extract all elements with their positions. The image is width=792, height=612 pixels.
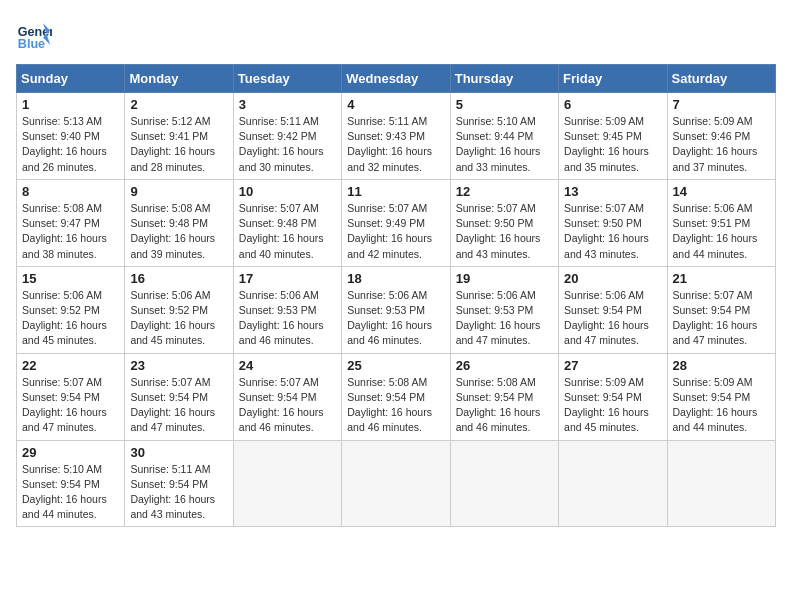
day-number: 5 <box>456 97 553 112</box>
col-header-friday: Friday <box>559 65 667 93</box>
col-header-tuesday: Tuesday <box>233 65 341 93</box>
day-info: Sunrise: 5:08 AMSunset: 9:47 PMDaylight:… <box>22 201 119 262</box>
day-number: 23 <box>130 358 227 373</box>
day-cell <box>450 440 558 527</box>
day-cell <box>233 440 341 527</box>
week-row-2: 8Sunrise: 5:08 AMSunset: 9:47 PMDaylight… <box>17 179 776 266</box>
week-row-5: 29Sunrise: 5:10 AMSunset: 9:54 PMDayligh… <box>17 440 776 527</box>
day-cell: 25Sunrise: 5:08 AMSunset: 9:54 PMDayligh… <box>342 353 450 440</box>
day-number: 20 <box>564 271 661 286</box>
day-number: 15 <box>22 271 119 286</box>
day-cell: 6Sunrise: 5:09 AMSunset: 9:45 PMDaylight… <box>559 93 667 180</box>
logo: General Blue <box>16 16 56 52</box>
day-number: 13 <box>564 184 661 199</box>
day-cell: 27Sunrise: 5:09 AMSunset: 9:54 PMDayligh… <box>559 353 667 440</box>
day-number: 19 <box>456 271 553 286</box>
day-info: Sunrise: 5:07 AMSunset: 9:54 PMDaylight:… <box>22 375 119 436</box>
calendar-header: SundayMondayTuesdayWednesdayThursdayFrid… <box>17 65 776 93</box>
page-header: General Blue <box>16 16 776 52</box>
day-cell: 20Sunrise: 5:06 AMSunset: 9:54 PMDayligh… <box>559 266 667 353</box>
week-row-3: 15Sunrise: 5:06 AMSunset: 9:52 PMDayligh… <box>17 266 776 353</box>
day-number: 26 <box>456 358 553 373</box>
day-cell: 12Sunrise: 5:07 AMSunset: 9:50 PMDayligh… <box>450 179 558 266</box>
day-info: Sunrise: 5:09 AMSunset: 9:45 PMDaylight:… <box>564 114 661 175</box>
day-cell: 7Sunrise: 5:09 AMSunset: 9:46 PMDaylight… <box>667 93 775 180</box>
day-number: 14 <box>673 184 770 199</box>
day-number: 25 <box>347 358 444 373</box>
day-number: 22 <box>22 358 119 373</box>
day-number: 30 <box>130 445 227 460</box>
day-cell <box>559 440 667 527</box>
day-info: Sunrise: 5:06 AMSunset: 9:53 PMDaylight:… <box>456 288 553 349</box>
day-info: Sunrise: 5:06 AMSunset: 9:51 PMDaylight:… <box>673 201 770 262</box>
day-info: Sunrise: 5:12 AMSunset: 9:41 PMDaylight:… <box>130 114 227 175</box>
col-header-monday: Monday <box>125 65 233 93</box>
day-number: 27 <box>564 358 661 373</box>
day-info: Sunrise: 5:07 AMSunset: 9:54 PMDaylight:… <box>673 288 770 349</box>
day-number: 8 <box>22 184 119 199</box>
col-header-sunday: Sunday <box>17 65 125 93</box>
day-info: Sunrise: 5:07 AMSunset: 9:50 PMDaylight:… <box>456 201 553 262</box>
day-info: Sunrise: 5:11 AMSunset: 9:43 PMDaylight:… <box>347 114 444 175</box>
day-info: Sunrise: 5:11 AMSunset: 9:42 PMDaylight:… <box>239 114 336 175</box>
day-info: Sunrise: 5:09 AMSunset: 9:46 PMDaylight:… <box>673 114 770 175</box>
day-number: 9 <box>130 184 227 199</box>
col-header-saturday: Saturday <box>667 65 775 93</box>
day-cell: 30Sunrise: 5:11 AMSunset: 9:54 PMDayligh… <box>125 440 233 527</box>
col-header-thursday: Thursday <box>450 65 558 93</box>
day-info: Sunrise: 5:11 AMSunset: 9:54 PMDaylight:… <box>130 462 227 523</box>
logo-icon: General Blue <box>16 16 52 52</box>
day-cell <box>667 440 775 527</box>
day-info: Sunrise: 5:07 AMSunset: 9:48 PMDaylight:… <box>239 201 336 262</box>
day-info: Sunrise: 5:08 AMSunset: 9:54 PMDaylight:… <box>456 375 553 436</box>
day-cell: 3Sunrise: 5:11 AMSunset: 9:42 PMDaylight… <box>233 93 341 180</box>
day-cell: 13Sunrise: 5:07 AMSunset: 9:50 PMDayligh… <box>559 179 667 266</box>
day-number: 7 <box>673 97 770 112</box>
col-header-wednesday: Wednesday <box>342 65 450 93</box>
day-info: Sunrise: 5:08 AMSunset: 9:54 PMDaylight:… <box>347 375 444 436</box>
day-cell: 23Sunrise: 5:07 AMSunset: 9:54 PMDayligh… <box>125 353 233 440</box>
day-number: 3 <box>239 97 336 112</box>
day-cell: 26Sunrise: 5:08 AMSunset: 9:54 PMDayligh… <box>450 353 558 440</box>
day-info: Sunrise: 5:13 AMSunset: 9:40 PMDaylight:… <box>22 114 119 175</box>
week-row-4: 22Sunrise: 5:07 AMSunset: 9:54 PMDayligh… <box>17 353 776 440</box>
day-info: Sunrise: 5:08 AMSunset: 9:48 PMDaylight:… <box>130 201 227 262</box>
day-number: 11 <box>347 184 444 199</box>
day-info: Sunrise: 5:06 AMSunset: 9:52 PMDaylight:… <box>130 288 227 349</box>
day-info: Sunrise: 5:07 AMSunset: 9:54 PMDaylight:… <box>239 375 336 436</box>
day-cell: 14Sunrise: 5:06 AMSunset: 9:51 PMDayligh… <box>667 179 775 266</box>
calendar-table: SundayMondayTuesdayWednesdayThursdayFrid… <box>16 64 776 527</box>
day-cell <box>342 440 450 527</box>
day-cell: 15Sunrise: 5:06 AMSunset: 9:52 PMDayligh… <box>17 266 125 353</box>
day-cell: 19Sunrise: 5:06 AMSunset: 9:53 PMDayligh… <box>450 266 558 353</box>
day-info: Sunrise: 5:07 AMSunset: 9:54 PMDaylight:… <box>130 375 227 436</box>
day-cell: 24Sunrise: 5:07 AMSunset: 9:54 PMDayligh… <box>233 353 341 440</box>
day-info: Sunrise: 5:07 AMSunset: 9:50 PMDaylight:… <box>564 201 661 262</box>
day-info: Sunrise: 5:09 AMSunset: 9:54 PMDaylight:… <box>673 375 770 436</box>
day-number: 4 <box>347 97 444 112</box>
day-cell: 16Sunrise: 5:06 AMSunset: 9:52 PMDayligh… <box>125 266 233 353</box>
day-info: Sunrise: 5:06 AMSunset: 9:53 PMDaylight:… <box>239 288 336 349</box>
week-row-1: 1Sunrise: 5:13 AMSunset: 9:40 PMDaylight… <box>17 93 776 180</box>
day-cell: 1Sunrise: 5:13 AMSunset: 9:40 PMDaylight… <box>17 93 125 180</box>
day-number: 21 <box>673 271 770 286</box>
day-cell: 9Sunrise: 5:08 AMSunset: 9:48 PMDaylight… <box>125 179 233 266</box>
day-cell: 8Sunrise: 5:08 AMSunset: 9:47 PMDaylight… <box>17 179 125 266</box>
day-info: Sunrise: 5:09 AMSunset: 9:54 PMDaylight:… <box>564 375 661 436</box>
day-number: 10 <box>239 184 336 199</box>
day-number: 1 <box>22 97 119 112</box>
day-cell: 10Sunrise: 5:07 AMSunset: 9:48 PMDayligh… <box>233 179 341 266</box>
day-number: 6 <box>564 97 661 112</box>
day-cell: 11Sunrise: 5:07 AMSunset: 9:49 PMDayligh… <box>342 179 450 266</box>
day-number: 24 <box>239 358 336 373</box>
day-number: 17 <box>239 271 336 286</box>
day-cell: 5Sunrise: 5:10 AMSunset: 9:44 PMDaylight… <box>450 93 558 180</box>
day-cell: 17Sunrise: 5:06 AMSunset: 9:53 PMDayligh… <box>233 266 341 353</box>
day-number: 16 <box>130 271 227 286</box>
day-info: Sunrise: 5:06 AMSunset: 9:54 PMDaylight:… <box>564 288 661 349</box>
day-info: Sunrise: 5:07 AMSunset: 9:49 PMDaylight:… <box>347 201 444 262</box>
day-cell: 29Sunrise: 5:10 AMSunset: 9:54 PMDayligh… <box>17 440 125 527</box>
day-number: 2 <box>130 97 227 112</box>
day-number: 12 <box>456 184 553 199</box>
day-cell: 2Sunrise: 5:12 AMSunset: 9:41 PMDaylight… <box>125 93 233 180</box>
